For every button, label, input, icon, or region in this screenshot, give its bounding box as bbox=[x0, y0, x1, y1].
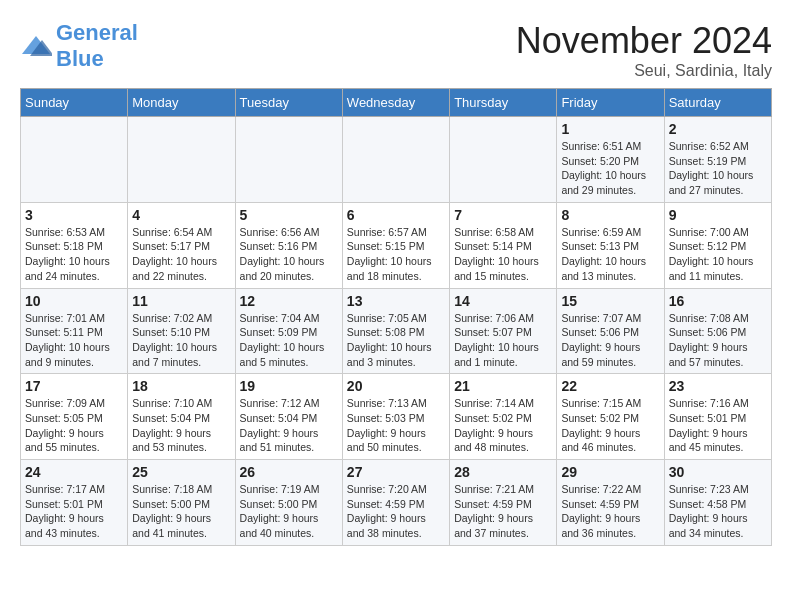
day-number: 26 bbox=[240, 464, 338, 480]
day-number: 27 bbox=[347, 464, 445, 480]
calendar-week-2: 3Sunrise: 6:53 AMSunset: 5:18 PMDaylight… bbox=[21, 202, 772, 288]
day-number: 28 bbox=[454, 464, 552, 480]
calendar-header: SundayMondayTuesdayWednesdayThursdayFrid… bbox=[21, 89, 772, 117]
calendar-cell: 12Sunrise: 7:04 AMSunset: 5:09 PMDayligh… bbox=[235, 288, 342, 374]
calendar-cell: 28Sunrise: 7:21 AMSunset: 4:59 PMDayligh… bbox=[450, 460, 557, 546]
calendar-cell: 10Sunrise: 7:01 AMSunset: 5:11 PMDayligh… bbox=[21, 288, 128, 374]
day-number: 22 bbox=[561, 378, 659, 394]
day-number: 11 bbox=[132, 293, 230, 309]
day-info: Sunrise: 6:54 AMSunset: 5:17 PMDaylight:… bbox=[132, 225, 230, 284]
weekday-header-sunday: Sunday bbox=[21, 89, 128, 117]
day-number: 24 bbox=[25, 464, 123, 480]
day-number: 4 bbox=[132, 207, 230, 223]
logo-text: General Blue bbox=[56, 20, 138, 72]
calendar-cell: 24Sunrise: 7:17 AMSunset: 5:01 PMDayligh… bbox=[21, 460, 128, 546]
calendar-cell: 8Sunrise: 6:59 AMSunset: 5:13 PMDaylight… bbox=[557, 202, 664, 288]
calendar-cell bbox=[235, 117, 342, 203]
day-number: 6 bbox=[347, 207, 445, 223]
day-info: Sunrise: 7:14 AMSunset: 5:02 PMDaylight:… bbox=[454, 396, 552, 455]
weekday-header-saturday: Saturday bbox=[664, 89, 771, 117]
day-info: Sunrise: 7:08 AMSunset: 5:06 PMDaylight:… bbox=[669, 311, 767, 370]
day-info: Sunrise: 6:52 AMSunset: 5:19 PMDaylight:… bbox=[669, 139, 767, 198]
logo-blue: Blue bbox=[56, 46, 104, 71]
weekday-header-monday: Monday bbox=[128, 89, 235, 117]
day-number: 5 bbox=[240, 207, 338, 223]
day-info: Sunrise: 7:17 AMSunset: 5:01 PMDaylight:… bbox=[25, 482, 123, 541]
calendar-cell: 16Sunrise: 7:08 AMSunset: 5:06 PMDayligh… bbox=[664, 288, 771, 374]
calendar-cell: 20Sunrise: 7:13 AMSunset: 5:03 PMDayligh… bbox=[342, 374, 449, 460]
weekday-row: SundayMondayTuesdayWednesdayThursdayFrid… bbox=[21, 89, 772, 117]
day-number: 1 bbox=[561, 121, 659, 137]
calendar-cell: 15Sunrise: 7:07 AMSunset: 5:06 PMDayligh… bbox=[557, 288, 664, 374]
day-info: Sunrise: 7:04 AMSunset: 5:09 PMDaylight:… bbox=[240, 311, 338, 370]
day-info: Sunrise: 7:07 AMSunset: 5:06 PMDaylight:… bbox=[561, 311, 659, 370]
logo: General Blue bbox=[20, 20, 138, 72]
day-number: 25 bbox=[132, 464, 230, 480]
location: Seui, Sardinia, Italy bbox=[516, 62, 772, 80]
calendar-week-3: 10Sunrise: 7:01 AMSunset: 5:11 PMDayligh… bbox=[21, 288, 772, 374]
day-number: 12 bbox=[240, 293, 338, 309]
title-block: November 2024 Seui, Sardinia, Italy bbox=[516, 20, 772, 80]
day-number: 14 bbox=[454, 293, 552, 309]
calendar-cell bbox=[128, 117, 235, 203]
calendar-cell: 21Sunrise: 7:14 AMSunset: 5:02 PMDayligh… bbox=[450, 374, 557, 460]
calendar-cell: 25Sunrise: 7:18 AMSunset: 5:00 PMDayligh… bbox=[128, 460, 235, 546]
calendar-container: General Blue November 2024 Seui, Sardini… bbox=[0, 0, 792, 556]
calendar-cell: 5Sunrise: 6:56 AMSunset: 5:16 PMDaylight… bbox=[235, 202, 342, 288]
day-info: Sunrise: 7:15 AMSunset: 5:02 PMDaylight:… bbox=[561, 396, 659, 455]
day-info: Sunrise: 6:57 AMSunset: 5:15 PMDaylight:… bbox=[347, 225, 445, 284]
day-info: Sunrise: 7:10 AMSunset: 5:04 PMDaylight:… bbox=[132, 396, 230, 455]
logo-general: General bbox=[56, 20, 138, 45]
calendar-cell: 9Sunrise: 7:00 AMSunset: 5:12 PMDaylight… bbox=[664, 202, 771, 288]
calendar-cell: 3Sunrise: 6:53 AMSunset: 5:18 PMDaylight… bbox=[21, 202, 128, 288]
calendar-table: SundayMondayTuesdayWednesdayThursdayFrid… bbox=[20, 88, 772, 546]
day-info: Sunrise: 7:05 AMSunset: 5:08 PMDaylight:… bbox=[347, 311, 445, 370]
weekday-header-thursday: Thursday bbox=[450, 89, 557, 117]
calendar-cell: 19Sunrise: 7:12 AMSunset: 5:04 PMDayligh… bbox=[235, 374, 342, 460]
calendar-cell bbox=[21, 117, 128, 203]
day-info: Sunrise: 7:23 AMSunset: 4:58 PMDaylight:… bbox=[669, 482, 767, 541]
header-row: General Blue November 2024 Seui, Sardini… bbox=[20, 20, 772, 80]
day-number: 30 bbox=[669, 464, 767, 480]
calendar-cell: 13Sunrise: 7:05 AMSunset: 5:08 PMDayligh… bbox=[342, 288, 449, 374]
calendar-cell bbox=[450, 117, 557, 203]
day-info: Sunrise: 7:00 AMSunset: 5:12 PMDaylight:… bbox=[669, 225, 767, 284]
day-number: 7 bbox=[454, 207, 552, 223]
day-number: 8 bbox=[561, 207, 659, 223]
calendar-week-4: 17Sunrise: 7:09 AMSunset: 5:05 PMDayligh… bbox=[21, 374, 772, 460]
day-info: Sunrise: 7:13 AMSunset: 5:03 PMDaylight:… bbox=[347, 396, 445, 455]
day-info: Sunrise: 7:12 AMSunset: 5:04 PMDaylight:… bbox=[240, 396, 338, 455]
day-number: 13 bbox=[347, 293, 445, 309]
day-info: Sunrise: 7:21 AMSunset: 4:59 PMDaylight:… bbox=[454, 482, 552, 541]
day-number: 18 bbox=[132, 378, 230, 394]
day-info: Sunrise: 6:53 AMSunset: 5:18 PMDaylight:… bbox=[25, 225, 123, 284]
day-info: Sunrise: 7:06 AMSunset: 5:07 PMDaylight:… bbox=[454, 311, 552, 370]
day-info: Sunrise: 7:01 AMSunset: 5:11 PMDaylight:… bbox=[25, 311, 123, 370]
day-number: 2 bbox=[669, 121, 767, 137]
day-number: 16 bbox=[669, 293, 767, 309]
day-info: Sunrise: 7:19 AMSunset: 5:00 PMDaylight:… bbox=[240, 482, 338, 541]
calendar-cell: 18Sunrise: 7:10 AMSunset: 5:04 PMDayligh… bbox=[128, 374, 235, 460]
calendar-cell: 1Sunrise: 6:51 AMSunset: 5:20 PMDaylight… bbox=[557, 117, 664, 203]
day-number: 10 bbox=[25, 293, 123, 309]
day-number: 23 bbox=[669, 378, 767, 394]
day-number: 29 bbox=[561, 464, 659, 480]
day-info: Sunrise: 6:56 AMSunset: 5:16 PMDaylight:… bbox=[240, 225, 338, 284]
calendar-body: 1Sunrise: 6:51 AMSunset: 5:20 PMDaylight… bbox=[21, 117, 772, 546]
day-number: 9 bbox=[669, 207, 767, 223]
day-number: 17 bbox=[25, 378, 123, 394]
weekday-header-tuesday: Tuesday bbox=[235, 89, 342, 117]
day-info: Sunrise: 7:22 AMSunset: 4:59 PMDaylight:… bbox=[561, 482, 659, 541]
calendar-cell: 26Sunrise: 7:19 AMSunset: 5:00 PMDayligh… bbox=[235, 460, 342, 546]
calendar-cell: 22Sunrise: 7:15 AMSunset: 5:02 PMDayligh… bbox=[557, 374, 664, 460]
day-info: Sunrise: 6:59 AMSunset: 5:13 PMDaylight:… bbox=[561, 225, 659, 284]
day-number: 20 bbox=[347, 378, 445, 394]
day-info: Sunrise: 6:51 AMSunset: 5:20 PMDaylight:… bbox=[561, 139, 659, 198]
calendar-cell: 4Sunrise: 6:54 AMSunset: 5:17 PMDaylight… bbox=[128, 202, 235, 288]
calendar-cell: 27Sunrise: 7:20 AMSunset: 4:59 PMDayligh… bbox=[342, 460, 449, 546]
day-info: Sunrise: 7:16 AMSunset: 5:01 PMDaylight:… bbox=[669, 396, 767, 455]
calendar-cell: 23Sunrise: 7:16 AMSunset: 5:01 PMDayligh… bbox=[664, 374, 771, 460]
day-info: Sunrise: 7:20 AMSunset: 4:59 PMDaylight:… bbox=[347, 482, 445, 541]
month-title: November 2024 bbox=[516, 20, 772, 62]
calendar-cell: 2Sunrise: 6:52 AMSunset: 5:19 PMDaylight… bbox=[664, 117, 771, 203]
